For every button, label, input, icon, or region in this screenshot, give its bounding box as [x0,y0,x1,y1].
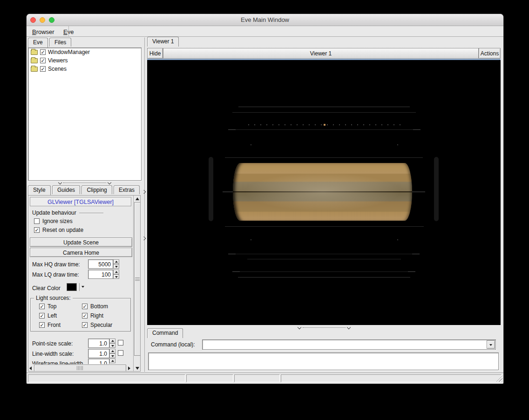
line-width-field[interactable]: 1.0 [88,349,109,358]
command-row: Command (local): [147,339,501,351]
spin-down-button[interactable] [109,343,115,348]
style-vscrollbar[interactable] [133,196,141,372]
hide-button[interactable]: Hide [147,48,163,59]
titlebar[interactable]: Eve Main Window [27,14,503,26]
light-left-label: Left [47,312,57,319]
tab-command[interactable]: Command [147,328,183,338]
clear-color-dropdown[interactable] [81,283,87,291]
command-dropdown-button[interactable] [487,340,495,349]
tree-checkbox[interactable]: ✓ [40,66,46,72]
horizontal-splitter[interactable] [28,181,142,184]
spin-up-button[interactable] [113,259,119,264]
thumb-grip [77,366,83,370]
glviewer-title-button[interactable]: GLViewer [TGLSAViewer] [30,197,131,206]
wireframe-dot [397,144,398,145]
spin-up-button[interactable] [113,270,119,274]
scroll-up-icon[interactable] [136,197,139,200]
tab-clipping[interactable]: Clipping [81,185,112,194]
up-arrow-icon [111,360,114,362]
scroll-left-icon[interactable] [29,366,32,370]
reset-on-update-row: ✓ Reset on update [34,227,83,233]
tab-eve[interactable]: Eve [28,38,48,47]
wireframe-line [225,226,424,227]
light-specular-checkbox[interactable]: ✓ [82,322,88,328]
tab-guides[interactable]: Guides [52,185,80,194]
tree-checkbox[interactable]: ✓ [40,58,46,63]
splitter-arrow-icon [142,190,146,194]
eve-main-window: Eve Main Window Browser Eve Eve Files ✓ … [27,14,503,384]
light-left-checkbox[interactable]: ✓ [39,313,45,318]
camera-home-button[interactable]: Camera Home [30,248,132,257]
style-hscrollbar[interactable] [28,364,133,372]
max-lq-label: Max LQ draw time: [32,271,79,278]
light-bottom-label: Bottom [90,303,108,310]
light-right-checkbox[interactable]: ✓ [82,313,88,318]
folder-icon [31,67,38,72]
light-top-row: ✓ Top [39,303,56,310]
viewer-title-bar: Viewer 1 [163,48,479,59]
actions-button[interactable]: Actions [479,48,501,59]
command-input[interactable] [202,339,496,350]
wireframe-line [247,259,401,259]
spin-up-button[interactable] [109,359,115,363]
wireframe-line [228,254,420,254]
point-size-checkbox[interactable] [118,340,123,345]
viewport-bottom-splitter[interactable] [147,325,501,329]
ignore-sizes-checkbox[interactable] [34,218,40,224]
max-hq-spinner [113,259,119,269]
vscroll-thumb[interactable] [134,202,141,356]
scroll-right-icon[interactable] [128,366,130,370]
tab-files[interactable]: Files [49,38,71,47]
folder-icon [31,58,38,63]
spin-up-button[interactable] [109,349,115,353]
scroll-down-icon[interactable] [136,367,139,370]
gl-viewport[interactable] [147,59,501,325]
point-size-field[interactable]: 1.0 [88,339,109,348]
tree-item-viewers[interactable]: ✓ Viewers [28,56,141,65]
splitter-arrow-icon [142,237,146,240]
tree-item-windowmanager[interactable]: ✓ WindowManager [28,48,141,56]
down-arrow-icon [111,355,114,357]
detector-cylinder [233,163,412,221]
reset-on-update-checkbox[interactable]: ✓ [34,227,40,233]
light-top-checkbox[interactable]: ✓ [39,304,45,309]
point-size-spinner [109,339,115,348]
color-picker-divider [79,283,80,291]
light-front-label: Front [47,322,61,328]
tab-extras[interactable]: Extras [114,185,140,194]
light-bottom-checkbox[interactable]: ✓ [82,304,88,309]
light-right-row: ✓ Right [82,312,103,319]
tree-checkbox[interactable]: ✓ [40,49,46,55]
line-width-checkbox[interactable] [118,350,123,356]
viewer-toolbar: Hide Viewer 1 Actions [147,48,501,59]
wireframe-line [225,157,423,158]
vertical-splitter[interactable] [142,38,147,372]
spin-up-button[interactable] [109,339,115,343]
status-cell [28,374,185,382]
max-lq-field[interactable]: 100 [88,270,113,279]
spin-down-button[interactable] [113,264,119,269]
status-cell [234,374,280,382]
splitter-arrow-icon [297,325,301,329]
clear-color-swatch[interactable] [67,283,77,291]
wireframe-dot [397,239,398,240]
update-scene-button[interactable]: Update Scene [30,237,132,247]
tab-viewer-1[interactable]: Viewer 1 [147,37,179,47]
reset-on-update-label: Reset on update [42,227,83,233]
light-front-checkbox[interactable]: ✓ [39,322,45,328]
tree-item-scenes[interactable]: ✓ Scenes [28,65,141,73]
down-arrow-icon [111,345,114,347]
wireframe-dot [251,144,251,145]
tree-item-label: WindowManager [48,49,90,55]
hscroll-thumb[interactable] [34,365,126,372]
wireframe-line [238,107,410,107]
spin-down-button[interactable] [113,274,119,279]
menubar: Browser Eve [27,26,503,37]
thumb-grip [135,278,140,281]
light-specular-label: Specular [90,322,112,328]
max-hq-field[interactable]: 5000 [88,259,113,269]
light-front-row: ✓ Front [39,322,61,328]
spin-down-button[interactable] [109,353,115,358]
menu-browser[interactable]: Browser [28,27,58,36]
tab-style[interactable]: Style [28,185,51,195]
